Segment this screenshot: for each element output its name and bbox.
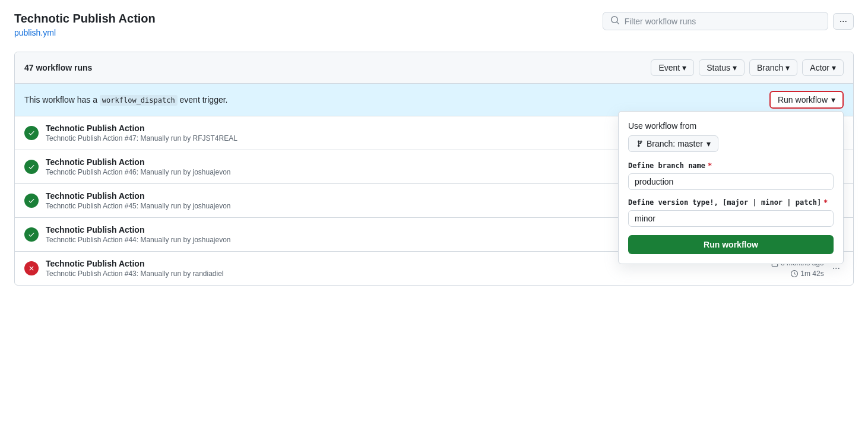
branch-selector-label: Branch: master [647,139,703,148]
branch-field-label: Define branch name * [628,161,834,170]
header-left: Technotic Publish Action publish.yml [14,12,156,37]
header-right: ··· [603,12,854,30]
dispatch-text: This workflow has a workflow_dispatch ev… [24,95,227,104]
toolbar-filters: Event ▾ Status ▾ Branch ▾ Actor ▾ [651,59,844,76]
run-workflow-submit-button[interactable]: Run workflow [628,235,834,254]
run-status-success-icon [24,194,39,208]
run-status-success-icon [24,160,39,174]
status-chevron-icon: ▾ [733,63,737,72]
branch-field-input[interactable] [628,173,834,190]
branch-filter-button[interactable]: Branch ▾ [749,59,797,76]
run-duration: 1m 42s [800,270,823,278]
run-workflow-wrapper: Run workflow ▾ Use workflow from Branch:… [769,91,844,109]
event-filter-button[interactable]: Event ▾ [651,59,694,76]
version-required-star: * [823,198,828,207]
use-workflow-from-label: Use workflow from [628,121,834,131]
status-filter-label: Status [707,63,730,72]
version-field-label: Define version type!, [major | minor | p… [628,198,834,207]
dispatch-text-before: This workflow has a [24,95,97,104]
dispatch-banner: This workflow has a workflow_dispatch ev… [15,84,853,116]
run-subtitle: Technotic Publish Action #43: Manually r… [46,270,771,278]
status-filter-button[interactable]: Status ▾ [699,59,745,76]
run-workflow-label: Run workflow [778,95,828,104]
more-options-button[interactable]: ··· [833,13,854,30]
run-workflow-panel: Use workflow from Branch: master ▾ Defin… [618,111,844,264]
search-input[interactable] [625,17,821,26]
search-box [603,12,828,30]
page-title: Technotic Publish Action [14,12,156,26]
actor-chevron-icon: ▾ [832,63,836,72]
more-options-icon: ··· [840,16,847,26]
run-workflow-button[interactable]: Run workflow ▾ [769,91,844,109]
run-status-failure-icon [24,261,39,275]
run-status-success-icon [24,227,39,242]
runs-container: 47 workflow runs Event ▾ Status ▾ Branch… [14,52,854,286]
actor-filter-button[interactable]: Actor ▾ [802,59,844,76]
page: Technotic Publish Action publish.yml ···… [0,0,868,431]
header: Technotic Publish Action publish.yml ··· [14,12,854,37]
branch-selector-button[interactable]: Branch: master ▾ [628,135,718,152]
workflow-file-link[interactable]: publish.yml [14,28,56,37]
branch-filter-label: Branch [757,63,783,72]
dispatch-code: workflow_dispatch [100,95,178,106]
runs-count: 47 workflow runs [24,63,92,72]
actor-filter-label: Actor [810,63,829,72]
branch-chevron-icon: ▾ [785,63,790,72]
event-filter-label: Event [658,63,680,72]
search-icon [610,15,620,27]
runs-toolbar: 47 workflow runs Event ▾ Status ▾ Branch… [15,52,853,84]
event-chevron-icon: ▾ [682,63,686,72]
branch-required-star: * [708,161,712,170]
version-field-input[interactable] [628,210,834,227]
dispatch-text-after: event trigger. [180,95,228,104]
run-workflow-chevron-icon: ▾ [831,95,835,104]
run-duration-row: 1m 42s [791,270,823,278]
branch-selector-chevron: ▾ [707,139,711,148]
run-status-success-icon [24,126,39,140]
